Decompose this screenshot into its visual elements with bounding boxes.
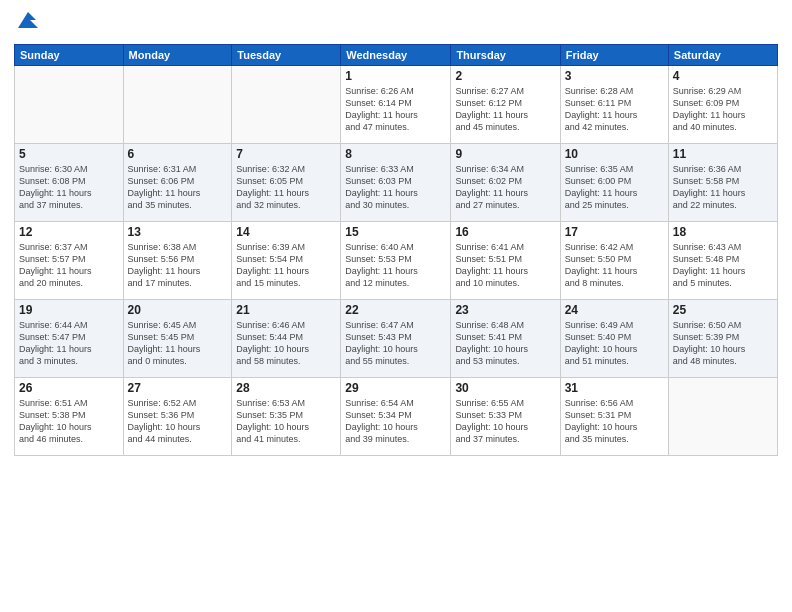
day-number: 22 (345, 303, 446, 317)
day-number: 9 (455, 147, 555, 161)
weekday-header-thursday: Thursday (451, 44, 560, 65)
day-info: Sunrise: 6:45 AM Sunset: 5:45 PM Dayligh… (128, 319, 228, 368)
weekday-header-sunday: Sunday (15, 44, 124, 65)
day-info: Sunrise: 6:32 AM Sunset: 6:05 PM Dayligh… (236, 163, 336, 212)
day-number: 13 (128, 225, 228, 239)
weekday-header-row: SundayMondayTuesdayWednesdayThursdayFrid… (15, 44, 778, 65)
day-number: 12 (19, 225, 119, 239)
day-info: Sunrise: 6:54 AM Sunset: 5:34 PM Dayligh… (345, 397, 446, 446)
day-info: Sunrise: 6:43 AM Sunset: 5:48 PM Dayligh… (673, 241, 773, 290)
calendar-cell: 20Sunrise: 6:45 AM Sunset: 5:45 PM Dayli… (123, 299, 232, 377)
day-info: Sunrise: 6:36 AM Sunset: 5:58 PM Dayligh… (673, 163, 773, 212)
calendar-cell: 4Sunrise: 6:29 AM Sunset: 6:09 PM Daylig… (668, 65, 777, 143)
day-info: Sunrise: 6:49 AM Sunset: 5:40 PM Dayligh… (565, 319, 664, 368)
day-info: Sunrise: 6:46 AM Sunset: 5:44 PM Dayligh… (236, 319, 336, 368)
day-info: Sunrise: 6:35 AM Sunset: 6:00 PM Dayligh… (565, 163, 664, 212)
day-number: 29 (345, 381, 446, 395)
day-number: 4 (673, 69, 773, 83)
calendar-cell: 3Sunrise: 6:28 AM Sunset: 6:11 PM Daylig… (560, 65, 668, 143)
day-number: 30 (455, 381, 555, 395)
calendar-cell: 2Sunrise: 6:27 AM Sunset: 6:12 PM Daylig… (451, 65, 560, 143)
calendar-cell: 24Sunrise: 6:49 AM Sunset: 5:40 PM Dayli… (560, 299, 668, 377)
day-number: 16 (455, 225, 555, 239)
weekday-header-friday: Friday (560, 44, 668, 65)
calendar-cell: 25Sunrise: 6:50 AM Sunset: 5:39 PM Dayli… (668, 299, 777, 377)
day-number: 10 (565, 147, 664, 161)
day-info: Sunrise: 6:30 AM Sunset: 6:08 PM Dayligh… (19, 163, 119, 212)
day-number: 15 (345, 225, 446, 239)
day-number: 25 (673, 303, 773, 317)
calendar-cell: 1Sunrise: 6:26 AM Sunset: 6:14 PM Daylig… (341, 65, 451, 143)
day-info: Sunrise: 6:56 AM Sunset: 5:31 PM Dayligh… (565, 397, 664, 446)
day-info: Sunrise: 6:40 AM Sunset: 5:53 PM Dayligh… (345, 241, 446, 290)
calendar-week-row: 12Sunrise: 6:37 AM Sunset: 5:57 PM Dayli… (15, 221, 778, 299)
weekday-header-wednesday: Wednesday (341, 44, 451, 65)
logo-icon (16, 10, 38, 32)
calendar-cell: 11Sunrise: 6:36 AM Sunset: 5:58 PM Dayli… (668, 143, 777, 221)
calendar-week-row: 26Sunrise: 6:51 AM Sunset: 5:38 PM Dayli… (15, 377, 778, 455)
day-number: 18 (673, 225, 773, 239)
calendar-cell: 23Sunrise: 6:48 AM Sunset: 5:41 PM Dayli… (451, 299, 560, 377)
calendar-cell: 28Sunrise: 6:53 AM Sunset: 5:35 PM Dayli… (232, 377, 341, 455)
weekday-header-saturday: Saturday (668, 44, 777, 65)
header (14, 10, 778, 38)
calendar-table: SundayMondayTuesdayWednesdayThursdayFrid… (14, 44, 778, 456)
svg-marker-0 (18, 12, 38, 28)
calendar-cell: 6Sunrise: 6:31 AM Sunset: 6:06 PM Daylig… (123, 143, 232, 221)
day-info: Sunrise: 6:31 AM Sunset: 6:06 PM Dayligh… (128, 163, 228, 212)
calendar-cell: 21Sunrise: 6:46 AM Sunset: 5:44 PM Dayli… (232, 299, 341, 377)
day-info: Sunrise: 6:53 AM Sunset: 5:35 PM Dayligh… (236, 397, 336, 446)
calendar-week-row: 19Sunrise: 6:44 AM Sunset: 5:47 PM Dayli… (15, 299, 778, 377)
day-info: Sunrise: 6:48 AM Sunset: 5:41 PM Dayligh… (455, 319, 555, 368)
calendar-cell: 27Sunrise: 6:52 AM Sunset: 5:36 PM Dayli… (123, 377, 232, 455)
day-number: 28 (236, 381, 336, 395)
day-info: Sunrise: 6:39 AM Sunset: 5:54 PM Dayligh… (236, 241, 336, 290)
calendar-cell: 16Sunrise: 6:41 AM Sunset: 5:51 PM Dayli… (451, 221, 560, 299)
calendar-cell: 31Sunrise: 6:56 AM Sunset: 5:31 PM Dayli… (560, 377, 668, 455)
weekday-header-monday: Monday (123, 44, 232, 65)
day-number: 19 (19, 303, 119, 317)
calendar-cell: 29Sunrise: 6:54 AM Sunset: 5:34 PM Dayli… (341, 377, 451, 455)
calendar-cell (668, 377, 777, 455)
calendar-cell: 30Sunrise: 6:55 AM Sunset: 5:33 PM Dayli… (451, 377, 560, 455)
day-info: Sunrise: 6:28 AM Sunset: 6:11 PM Dayligh… (565, 85, 664, 134)
day-info: Sunrise: 6:37 AM Sunset: 5:57 PM Dayligh… (19, 241, 119, 290)
day-number: 3 (565, 69, 664, 83)
day-info: Sunrise: 6:27 AM Sunset: 6:12 PM Dayligh… (455, 85, 555, 134)
calendar-week-row: 5Sunrise: 6:30 AM Sunset: 6:08 PM Daylig… (15, 143, 778, 221)
calendar-cell: 12Sunrise: 6:37 AM Sunset: 5:57 PM Dayli… (15, 221, 124, 299)
calendar-cell: 9Sunrise: 6:34 AM Sunset: 6:02 PM Daylig… (451, 143, 560, 221)
day-number: 17 (565, 225, 664, 239)
calendar-cell: 13Sunrise: 6:38 AM Sunset: 5:56 PM Dayli… (123, 221, 232, 299)
weekday-header-tuesday: Tuesday (232, 44, 341, 65)
calendar-cell: 26Sunrise: 6:51 AM Sunset: 5:38 PM Dayli… (15, 377, 124, 455)
day-number: 21 (236, 303, 336, 317)
calendar-cell: 15Sunrise: 6:40 AM Sunset: 5:53 PM Dayli… (341, 221, 451, 299)
day-number: 20 (128, 303, 228, 317)
day-info: Sunrise: 6:33 AM Sunset: 6:03 PM Dayligh… (345, 163, 446, 212)
logo (14, 10, 38, 38)
day-number: 6 (128, 147, 228, 161)
day-number: 5 (19, 147, 119, 161)
day-number: 31 (565, 381, 664, 395)
day-number: 23 (455, 303, 555, 317)
day-info: Sunrise: 6:44 AM Sunset: 5:47 PM Dayligh… (19, 319, 119, 368)
day-number: 24 (565, 303, 664, 317)
day-number: 11 (673, 147, 773, 161)
day-info: Sunrise: 6:47 AM Sunset: 5:43 PM Dayligh… (345, 319, 446, 368)
calendar-cell: 10Sunrise: 6:35 AM Sunset: 6:00 PM Dayli… (560, 143, 668, 221)
calendar-cell: 19Sunrise: 6:44 AM Sunset: 5:47 PM Dayli… (15, 299, 124, 377)
day-number: 2 (455, 69, 555, 83)
day-number: 8 (345, 147, 446, 161)
day-info: Sunrise: 6:50 AM Sunset: 5:39 PM Dayligh… (673, 319, 773, 368)
day-number: 26 (19, 381, 119, 395)
day-info: Sunrise: 6:26 AM Sunset: 6:14 PM Dayligh… (345, 85, 446, 134)
day-info: Sunrise: 6:42 AM Sunset: 5:50 PM Dayligh… (565, 241, 664, 290)
calendar-cell: 14Sunrise: 6:39 AM Sunset: 5:54 PM Dayli… (232, 221, 341, 299)
day-info: Sunrise: 6:55 AM Sunset: 5:33 PM Dayligh… (455, 397, 555, 446)
day-info: Sunrise: 6:52 AM Sunset: 5:36 PM Dayligh… (128, 397, 228, 446)
calendar-cell (123, 65, 232, 143)
day-info: Sunrise: 6:29 AM Sunset: 6:09 PM Dayligh… (673, 85, 773, 134)
calendar-cell (15, 65, 124, 143)
day-number: 14 (236, 225, 336, 239)
